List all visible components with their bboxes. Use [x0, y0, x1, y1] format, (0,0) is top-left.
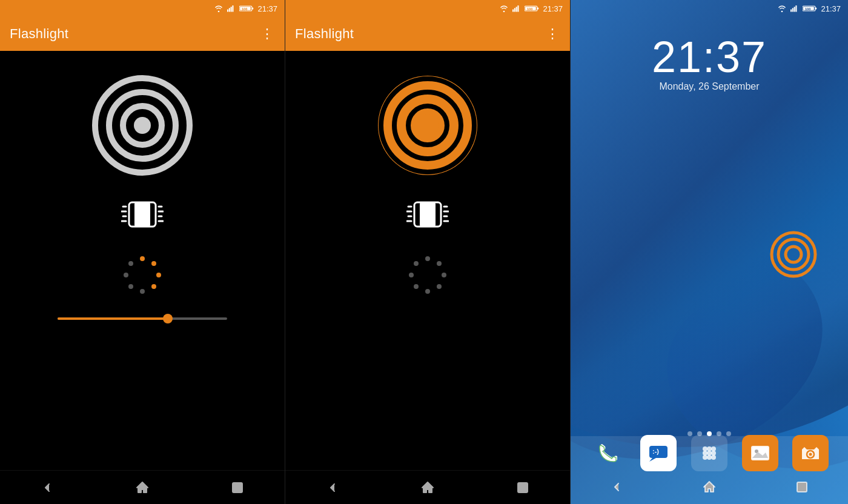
svg-rect-64 [792, 8, 793, 12]
back-button-1[interactable] [29, 476, 65, 500]
app-title-1: Flashlight [10, 26, 68, 42]
svg-rect-32 [514, 8, 515, 12]
svg-rect-92 [797, 482, 807, 492]
battery-icon: 100 [239, 5, 254, 12]
home-signal-icon [790, 5, 799, 12]
svg-marker-75 [649, 458, 656, 462]
svg-point-25 [151, 284, 156, 289]
overflow-menu-1[interactable]: ⋮ [260, 27, 275, 41]
svg-point-55 [437, 261, 442, 266]
svg-point-29 [128, 261, 133, 266]
strobe-button-2[interactable] [403, 251, 452, 299]
svg-point-26 [140, 289, 145, 294]
status-icons-2: 100 21:37 [499, 4, 563, 13]
svg-point-80 [703, 451, 707, 456]
page-dot-5[interactable] [726, 431, 731, 436]
home-date-display: Monday, 26 September [659, 81, 759, 92]
svg-rect-68 [815, 7, 817, 9]
svg-point-82 [711, 451, 716, 456]
svg-rect-66 [796, 5, 797, 12]
slider-track-fill-1 [58, 317, 168, 320]
app-bar-1: Flashlight ⋮ [0, 17, 285, 51]
home-button-1[interactable] [124, 476, 161, 500]
phone-panel-1: 100 21:37 Flashlight ⋮ [0, 0, 285, 504]
strobe-button-1[interactable] [118, 251, 167, 299]
svg-point-60 [409, 273, 414, 277]
svg-point-28 [124, 273, 128, 277]
signal-icon-2 [512, 5, 521, 12]
svg-rect-65 [794, 7, 795, 12]
status-icons-1: 100 21:37 [214, 4, 277, 13]
svg-rect-63 [790, 9, 792, 12]
svg-rect-34 [518, 5, 519, 12]
svg-point-57 [437, 284, 442, 289]
status-time-1: 21:37 [257, 4, 277, 13]
svg-point-58 [425, 289, 430, 294]
svg-point-56 [442, 273, 446, 277]
svg-point-61 [414, 261, 419, 266]
svg-point-11 [134, 117, 151, 134]
nav-bar-2 [285, 470, 570, 504]
home-status-icons: 100 21:37 [777, 4, 841, 13]
recents-button-1[interactable] [219, 476, 256, 500]
home-status-bar: 100 21:37 [571, 0, 848, 17]
svg-point-78 [707, 446, 712, 451]
svg-point-91 [809, 453, 812, 456]
home-nav-bar [571, 470, 848, 504]
home-button-2[interactable] [409, 476, 446, 500]
svg-point-79 [711, 446, 716, 451]
svg-point-22 [140, 256, 145, 261]
home-back-button[interactable] [598, 475, 635, 499]
dock-camera-app[interactable] [792, 435, 829, 471]
dock-messaging-app[interactable]: :-) [640, 435, 677, 471]
flashlight-button-2[interactable] [376, 75, 479, 178]
svg-rect-0 [227, 9, 228, 12]
svg-rect-17 [134, 202, 150, 227]
flashlight-button-1[interactable] [91, 75, 194, 178]
svg-point-72 [778, 239, 809, 270]
svg-point-85 [711, 455, 716, 460]
svg-point-54 [425, 256, 430, 261]
battery-icon-2: 100 [525, 5, 539, 12]
recents-button-2[interactable] [505, 476, 541, 500]
svg-point-23 [151, 261, 156, 266]
status-bar-1: 100 21:37 [0, 0, 285, 17]
home-flashlight-widget[interactable] [769, 230, 818, 281]
page-dot-1[interactable] [687, 431, 692, 436]
home-time-display: 21:37 [652, 35, 767, 79]
phone-panel-2: 100 21:37 Flashlight ⋮ [285, 0, 570, 504]
home-panel: 100 21:37 21:37 Monday, 26 September [571, 0, 848, 504]
svg-text:100: 100 [805, 7, 810, 11]
app-bar-2: Flashlight ⋮ [285, 17, 570, 51]
svg-rect-2 [231, 7, 232, 12]
status-time-2: 21:37 [543, 4, 563, 13]
vibrate-button-2[interactable] [403, 196, 452, 233]
svg-text:100: 100 [242, 7, 247, 11]
nav-bar-1 [0, 470, 285, 504]
svg-point-73 [786, 247, 801, 262]
svg-rect-49 [420, 202, 436, 227]
slider-thumb-1[interactable] [163, 314, 173, 323]
svg-rect-30 [233, 483, 242, 492]
home-battery-icon: 100 [803, 5, 817, 12]
home-recents-button[interactable] [784, 475, 820, 499]
back-button-2[interactable] [314, 476, 351, 500]
svg-rect-31 [512, 9, 514, 12]
flashlight-ring-2 [376, 74, 479, 179]
svg-rect-62 [518, 483, 528, 492]
vibrate-button-1[interactable] [118, 196, 167, 233]
home-home-button[interactable] [691, 475, 727, 499]
svg-rect-3 [233, 5, 234, 12]
svg-rect-1 [229, 8, 230, 12]
app-title-2: Flashlight [295, 26, 354, 42]
brightness-slider-1[interactable] [45, 317, 239, 320]
svg-point-27 [128, 284, 133, 289]
dock-apps-grid[interactable] [691, 435, 727, 471]
dock-phone-app[interactable] [590, 435, 626, 471]
home-wifi-icon [777, 5, 787, 12]
overflow-menu-2[interactable]: ⋮ [546, 27, 560, 41]
dock-gallery-app[interactable] [742, 435, 778, 471]
phone-content-1 [0, 51, 285, 470]
flashlight-ring-1 [91, 74, 194, 179]
phone-content-2 [285, 51, 570, 470]
